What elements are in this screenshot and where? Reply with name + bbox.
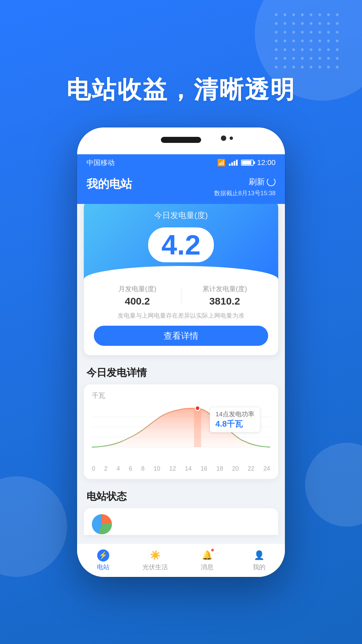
phone-sensor	[230, 137, 233, 140]
phone-top-bar	[77, 127, 285, 154]
x-label-22: 22	[248, 465, 254, 472]
nav-item-message[interactable]: 🔔 消息	[181, 544, 233, 577]
status-bar: 中国移动 📶 12:00	[77, 154, 285, 171]
refresh-button[interactable]: 刷新	[249, 176, 276, 187]
refresh-label: 刷新	[249, 176, 265, 187]
x-label-20: 20	[232, 465, 239, 472]
nav-label-message: 消息	[201, 563, 214, 572]
message-icon: 🔔	[201, 549, 213, 561]
total-label: 累计发电量(度)	[181, 284, 268, 293]
station-status-row	[92, 514, 270, 534]
status-section: 电站状态	[77, 482, 285, 535]
refresh-area: 刷新 数据截止8月13号15:38	[214, 176, 276, 197]
nav-label-profile: 我的	[253, 563, 265, 572]
total-value: 3810.2	[181, 296, 268, 307]
wifi-icon: 📶	[217, 159, 226, 167]
chart-section-title: 今日发电详情	[77, 359, 285, 384]
phone-speaker	[161, 137, 201, 143]
svg-rect-4	[194, 408, 201, 447]
nav-item-station[interactable]: ⚡ 电站	[77, 544, 129, 577]
bg-decoration-3	[305, 443, 362, 527]
nav-label-solar: 光伏生活	[142, 563, 168, 572]
app-title: 我的电站	[86, 176, 132, 192]
bg-decoration-2	[0, 476, 67, 577]
power-stats: 月发电量(度) 400.2 累计发电量(度) 3810.2	[84, 279, 278, 310]
station-status-card	[84, 508, 278, 535]
nav-item-solar[interactable]: ☀️ 光伏生活	[129, 544, 181, 577]
signal-icon	[229, 160, 238, 166]
chart-area: 14点发电功率 4.8千瓦	[92, 404, 270, 464]
phone-mockup: 中国移动 📶 12:00 我的电站 刷新	[77, 127, 285, 577]
x-label-14: 14	[185, 465, 192, 472]
x-label-24: 24	[263, 465, 270, 472]
nav-label-station: 电站	[97, 563, 110, 572]
chart-unit-label: 千瓦	[92, 391, 270, 400]
nav-item-profile[interactable]: 👤 我的	[233, 544, 285, 577]
x-label-8: 8	[141, 465, 144, 472]
detail-button[interactable]: 查看详情	[94, 326, 268, 346]
app-header: 我的电站 刷新 数据截止8月13号15:38	[77, 171, 285, 204]
status-icons: 📶 12:00	[217, 158, 276, 167]
data-timestamp: 数据截止8月13号15:38	[214, 189, 276, 197]
bottom-nav: ⚡ 电站 ☀️ 光伏生活 🔔 消息 👤 我的	[77, 543, 285, 577]
power-card-header: 今日发电量(度) 4.2	[84, 204, 278, 279]
today-power-label: 今日发电量(度)	[93, 210, 269, 221]
station-icon: ⚡	[97, 549, 109, 561]
chart-card: 千瓦	[84, 384, 278, 479]
battery-icon	[241, 160, 254, 166]
chart-tooltip: 14点发电功率 4.8千瓦	[210, 407, 260, 432]
x-label-0: 0	[92, 465, 95, 472]
solar-icon: ☀️	[149, 549, 161, 561]
monthly-stat: 月发电量(度) 400.2	[94, 284, 181, 307]
x-label-2: 2	[104, 465, 108, 472]
monthly-label: 月发电量(度)	[94, 284, 181, 293]
tooltip-title: 14点发电功率	[216, 410, 254, 419]
refresh-icon	[267, 177, 276, 186]
station-pie-chart	[92, 514, 112, 534]
message-badge	[210, 548, 215, 552]
phone-camera	[221, 136, 226, 141]
chart-x-axis: 0 2 4 6 8 10 12 14 16 18 20 22 24	[92, 464, 270, 472]
dot-pattern: const dp = document.querySelector('.dot-…	[275, 13, 342, 74]
x-label-6: 6	[129, 465, 132, 472]
tooltip-value: 4.8千瓦	[216, 419, 254, 429]
time-label: 12:00	[257, 158, 276, 167]
app-content: 今日发电量(度) 4.2 月发电量(度) 400.2 累计发电量(度) 3810…	[77, 204, 285, 556]
headline: 电站收益，清晰透明	[0, 74, 362, 106]
monthly-value: 400.2	[94, 296, 181, 307]
x-label-12: 12	[169, 465, 176, 472]
status-section-title: 电站状态	[77, 482, 285, 508]
x-label-4: 4	[117, 465, 120, 472]
svg-point-5	[195, 406, 200, 411]
x-label-18: 18	[216, 465, 223, 472]
phone-screen: 中国移动 📶 12:00 我的电站 刷新	[77, 127, 285, 577]
carrier-label: 中国移动	[86, 158, 115, 167]
power-card: 今日发电量(度) 4.2 月发电量(度) 400.2 累计发电量(度) 3810…	[84, 204, 278, 355]
x-label-10: 10	[154, 465, 160, 472]
today-power-value: 4.2	[148, 227, 214, 262]
disclaimer-text: 发电量与上网电量存在差异以实际上网电量为准	[84, 310, 278, 326]
x-label-16: 16	[201, 465, 207, 472]
total-stat: 累计发电量(度) 3810.2	[181, 284, 268, 307]
chart-section: 今日发电详情 千瓦	[77, 359, 285, 479]
profile-icon: 👤	[253, 549, 265, 561]
